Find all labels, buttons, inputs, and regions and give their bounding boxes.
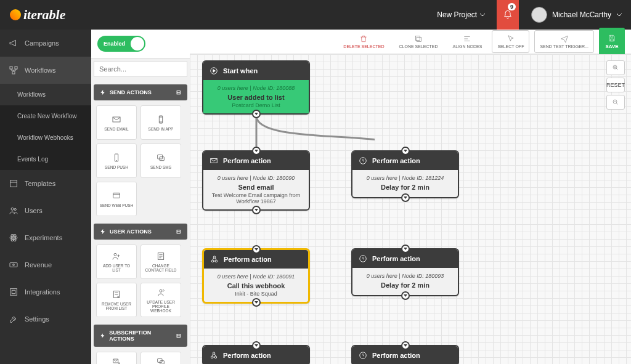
- user-name: Michael McCarthy: [552, 10, 611, 19]
- canvas-toolbar: DELETE SELECTED CLONE SELECTED ALIGN NOD…: [190, 30, 631, 54]
- tile-modify-message-type[interactable]: MODIFY MESSAGE TYPE...: [140, 352, 181, 364]
- collapse-icon: ⊟: [176, 89, 181, 95]
- zoom-in-button[interactable]: [606, 60, 625, 75]
- zoom-reset-button[interactable]: RESET: [606, 78, 625, 92]
- webhook-icon: [210, 351, 218, 360]
- notification-count: 9: [508, 3, 516, 10]
- sidebar-item-revenue[interactable]: Revenue: [0, 251, 91, 278]
- node-output-port[interactable]: [252, 206, 261, 214]
- sidebar-item-campaigns[interactable]: Campaigns: [0, 30, 91, 57]
- node-input-port[interactable]: [401, 245, 410, 253]
- sidebar-sub-workflows[interactable]: Workflows: [0, 84, 91, 105]
- svg-point-5: [14, 208, 16, 210]
- section-subscription-actions[interactable]: SUBSCRIPTION ACTIONS ⊟: [94, 325, 187, 347]
- workflow-node-delay-2[interactable]: Perform action 0 users here | Node ID: 1…: [351, 248, 459, 296]
- cursor-icon: [507, 34, 515, 43]
- send-icon: [560, 34, 569, 43]
- clock-icon: [359, 254, 367, 263]
- collapse-icon: ⊟: [176, 229, 181, 235]
- svg-point-11: [13, 264, 15, 266]
- tile-send-push[interactable]: SEND PUSH: [96, 144, 137, 178]
- notifications-button[interactable]: 9: [497, 0, 519, 30]
- brand-logo[interactable]: iterable: [10, 7, 65, 23]
- play-icon: [210, 67, 218, 75]
- tile-send-sms[interactable]: SEND SMS: [140, 144, 181, 178]
- node-output-port[interactable]: [252, 110, 261, 118]
- svg-point-17: [116, 160, 117, 161]
- node-input-port[interactable]: [401, 147, 410, 155]
- project-name: New Project: [437, 10, 477, 19]
- users-icon: [9, 206, 18, 216]
- tile-send-in-app[interactable]: SEND IN APP: [140, 105, 181, 140]
- tile-send-web-push[interactable]: SEND WEB PUSH: [96, 182, 137, 216]
- svg-rect-31: [211, 159, 218, 163]
- svg-rect-1: [15, 67, 17, 69]
- svg-point-21: [114, 253, 116, 256]
- sidebar-item-experiments[interactable]: Experiments: [0, 224, 91, 251]
- workflow-canvas-area: DELETE SELECTED CLONE SELECTED ALIGN NOD…: [190, 30, 631, 364]
- tile-update-user-profile-webhook[interactable]: UPDATE USER PROFILE WEBHOOK: [140, 283, 181, 317]
- svg-rect-14: [113, 117, 120, 122]
- node-input-port[interactable]: [252, 341, 261, 350]
- sidebar-item-label: Workflows: [25, 67, 56, 74]
- node-output-port[interactable]: [401, 193, 410, 202]
- node-output-port[interactable]: [401, 291, 410, 300]
- save-icon: [608, 34, 616, 42]
- sidebar-item-integrations[interactable]: Integrations: [0, 278, 91, 305]
- integrations-icon: [9, 287, 18, 297]
- sidebar-item-settings[interactable]: Settings: [0, 305, 91, 333]
- svg-rect-13: [12, 290, 15, 293]
- svg-point-6: [13, 237, 15, 239]
- palette-search-input[interactable]: [94, 61, 187, 77]
- user-menu[interactable]: Michael McCarthy: [523, 7, 631, 23]
- workflow-node-send-email[interactable]: Perform action 0 users here | Node ID: 1…: [202, 150, 310, 211]
- workflow-node-webhook[interactable]: Perform action 0 users here | Node ID: 1…: [202, 248, 310, 304]
- sidebar-sub-webhooks[interactable]: Workflow Webhooks: [0, 127, 91, 148]
- lightning-icon: [100, 229, 106, 235]
- section-send-actions[interactable]: SEND ACTIONS ⊟: [94, 84, 187, 100]
- tile-add-user-to-list[interactable]: ADD USER TO LIST: [96, 245, 137, 279]
- tile-remove-user-from-list[interactable]: REMOVE USER FROM LIST: [96, 283, 137, 317]
- svg-rect-0: [10, 67, 12, 69]
- workflow-node-delay-1[interactable]: Perform action 0 users here | Node ID: 1…: [351, 150, 459, 198]
- node-input-port[interactable]: [252, 245, 261, 254]
- node-output-port[interactable]: [252, 298, 261, 307]
- workflow-enabled-toggle[interactable]: Enabled: [97, 36, 145, 52]
- align-nodes-button[interactable]: ALIGN NODES: [448, 32, 487, 51]
- svg-point-4: [11, 208, 14, 210]
- sidebar-item-workflows[interactable]: Workflows: [0, 57, 91, 84]
- node-input-port[interactable]: [252, 147, 261, 155]
- save-button[interactable]: SAVE: [599, 28, 625, 55]
- section-user-actions[interactable]: USER ACTIONS ⊟: [94, 224, 187, 240]
- svg-rect-2: [12, 71, 15, 74]
- tile-send-email[interactable]: SEND EMAIL: [96, 105, 137, 140]
- node-input-port[interactable]: [401, 341, 410, 350]
- clock-icon: [359, 351, 367, 360]
- workflow-node-start[interactable]: Start when 0 users here | Node ID: 18008…: [202, 60, 310, 115]
- toggle-knob: [131, 37, 144, 51]
- workflow-canvas[interactable]: Start when 0 users here | Node ID: 18008…: [190, 54, 631, 364]
- app-header: iterable New Project 9 Michael McCarthy: [0, 0, 631, 30]
- select-off-button[interactable]: SELECT OFF: [492, 30, 529, 53]
- zoom-out-icon: [612, 99, 619, 106]
- trash-icon: [359, 34, 368, 43]
- workflow-icon: [9, 65, 18, 75]
- zoom-out-button[interactable]: [606, 95, 625, 110]
- sidebar-item-users[interactable]: Users: [0, 197, 91, 224]
- zoom-in-icon: [612, 64, 619, 71]
- svg-rect-10: [10, 263, 17, 267]
- sidebar-sub-events-log[interactable]: Events Log: [0, 148, 91, 170]
- clone-icon: [414, 34, 423, 43]
- workflow-node-partial-2[interactable]: Perform action: [351, 345, 459, 364]
- clone-selected-button[interactable]: CLONE SELECTED: [394, 32, 442, 51]
- project-picker[interactable]: New Project: [429, 10, 493, 19]
- delete-selected-button[interactable]: DELETE SELECTED: [338, 32, 389, 51]
- mail-icon: [210, 156, 218, 165]
- sidebar-item-templates[interactable]: Templates: [0, 170, 91, 197]
- workflow-node-partial-1[interactable]: Perform action: [202, 345, 310, 364]
- send-test-trigger-button[interactable]: SEND TEST TRIGGER...: [534, 30, 594, 53]
- atom-icon: [9, 233, 18, 243]
- tile-modify-channel-subscription[interactable]: MODIFY CHANNEL SUBSCRIPTION: [96, 352, 137, 364]
- sidebar-sub-create-new[interactable]: Create New Workflow: [0, 105, 91, 127]
- tile-change-contact-field[interactable]: CHANGE CONTACT FIELD: [140, 245, 181, 279]
